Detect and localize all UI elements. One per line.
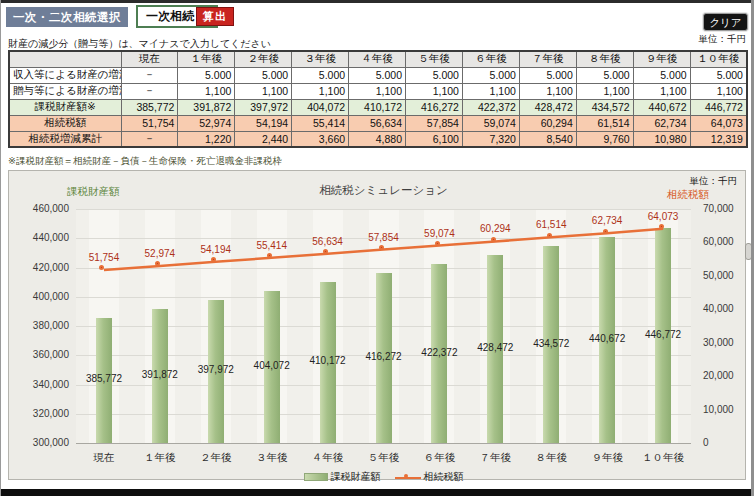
line-series	[76, 209, 691, 443]
line-marker	[491, 237, 496, 242]
table-header-cell: ７年後	[519, 51, 576, 67]
table-cell: 416,272	[406, 99, 463, 115]
y-axis-label-left: 440,000	[11, 232, 69, 243]
table-cell[interactable]: 5.000	[235, 67, 292, 83]
line-value-label: 51,754	[72, 252, 136, 263]
table-header-cell: ８年後	[576, 51, 633, 67]
table-cell[interactable]: －	[121, 83, 178, 99]
x-axis-label: ３年後	[244, 451, 300, 465]
simulation-table: 現在１年後２年後３年後４年後５年後６年後７年後８年後９年後１０年後 収入等による…	[8, 50, 748, 148]
table-cell[interactable]: 5.000	[690, 67, 747, 83]
line-value-label: 62,734	[575, 215, 639, 226]
table-cell: 428,472	[519, 99, 576, 115]
table-cell[interactable]: 1,100	[462, 83, 519, 99]
y-axis-label-right: 30,000	[703, 337, 753, 348]
table-cell[interactable]: 5.000	[178, 67, 235, 83]
y-axis-label-left: 380,000	[11, 320, 69, 331]
y-axis-label-right: 20,000	[703, 370, 753, 381]
x-axis-label: ９年後	[579, 451, 635, 465]
x-axis-label: ５年後	[356, 451, 412, 465]
table-header-cell: ４年後	[349, 51, 406, 67]
y-axis-label-right: 10,000	[703, 404, 753, 415]
row-label: 相続税増減累計	[9, 131, 121, 147]
table-cell: 422,372	[462, 99, 519, 115]
line-value-label: 54,194	[184, 244, 248, 255]
table-header-cell	[9, 51, 121, 67]
table-cell: 10,980	[633, 131, 690, 147]
x-axis-label: １０年後	[635, 451, 691, 465]
y-axis-label-left: 340,000	[11, 379, 69, 390]
window-left-border	[0, 0, 1, 496]
table-cell[interactable]: 1,100	[406, 83, 463, 99]
row-label: 課税財産額※	[9, 99, 121, 115]
table-cell: 2,440	[235, 131, 292, 147]
table-header-cell: ３年後	[292, 51, 349, 67]
table-cell[interactable]: 5.000	[519, 67, 576, 83]
line-marker	[659, 224, 664, 229]
table-cell: 9,760	[576, 131, 633, 147]
y-axis-label-left: 420,000	[11, 262, 69, 273]
table-cell: 62,734	[633, 115, 690, 131]
table-header-cell: ９年後	[633, 51, 690, 67]
table-header-cell: １０年後	[690, 51, 747, 67]
table-cell[interactable]: 5.000	[349, 67, 406, 83]
table-cell[interactable]: 5.000	[292, 67, 349, 83]
line-value-label: 57,854	[352, 232, 416, 243]
table-cell[interactable]: 1,100	[576, 83, 633, 99]
table-cell: 54,194	[235, 115, 292, 131]
y-axis-label-right: 50,000	[703, 270, 753, 281]
table-cell: 385,772	[121, 99, 178, 115]
table-cell: 397,972	[235, 99, 292, 115]
inheritance-tax-simulator-window: 一次・二次相続選択 一次相続 ▼ 算出 クリア 単位：千円 財産の減少分（贈与等…	[0, 0, 754, 496]
legend-item: 相続税額	[395, 470, 464, 484]
table-cell: 55,414	[292, 115, 349, 131]
table-cell: 57,854	[406, 115, 463, 131]
x-axis-label: ８年後	[523, 451, 579, 465]
table-cell[interactable]: 1,100	[349, 83, 406, 99]
x-axis-label: １年後	[132, 451, 188, 465]
window-bottom-border	[0, 489, 754, 496]
table-cell: 410,172	[349, 99, 406, 115]
legend-label: 課税財産額	[331, 470, 381, 484]
unit-label-chart: 単位：千円	[690, 175, 738, 188]
table-cell[interactable]: 5.000	[633, 67, 690, 83]
line-value-label: 52,974	[128, 248, 192, 259]
table-cell[interactable]: 5.000	[576, 67, 633, 83]
line-marker	[435, 241, 440, 246]
gridline	[76, 443, 691, 444]
line-value-label: 61,514	[519, 219, 583, 230]
table-cell[interactable]: 1,100	[633, 83, 690, 99]
table-cell[interactable]: －	[121, 67, 178, 83]
x-axis-label: ４年後	[300, 451, 356, 465]
table-cell: 61,514	[576, 115, 633, 131]
legend-label: 相続税額	[424, 470, 464, 484]
table-cell: 56,634	[349, 115, 406, 131]
y-axis-label-left: 400,000	[11, 291, 69, 302]
calculate-button[interactable]: 算出	[196, 7, 234, 26]
chart-panel: 単位：千円 相続税シミュレーション 課税財産額 相続税額 460,000440,…	[8, 170, 746, 480]
table-cell[interactable]: 1,100	[178, 83, 235, 99]
x-axis-label: ２年後	[188, 451, 244, 465]
table-cell[interactable]: 1,100	[235, 83, 292, 99]
table-cell: 64,073	[690, 115, 747, 131]
table-cell: 59,074	[462, 115, 519, 131]
table-cell[interactable]: 1,100	[690, 83, 747, 99]
table-cell[interactable]: 1,100	[519, 83, 576, 99]
table-cell: 8,540	[519, 131, 576, 147]
line-value-label: 60,294	[463, 223, 527, 234]
table-cell: 60,294	[519, 115, 576, 131]
table-row: 贈与等による財産の増減－1,1001,1001,1001,1001,1001,1…	[9, 83, 747, 99]
window-top-border	[0, 0, 754, 3]
table-cell: 440,672	[633, 99, 690, 115]
table-header-cell: ２年後	[235, 51, 292, 67]
table-header-cell: 現在	[121, 51, 178, 67]
table-cell: 4,880	[349, 131, 406, 147]
table-row: 課税財産額※385,772391,872397,972404,072410,17…	[9, 99, 747, 115]
table-cell[interactable]: 1,100	[292, 83, 349, 99]
table-cell: 3,660	[292, 131, 349, 147]
table-cell[interactable]: 5.000	[406, 67, 463, 83]
line-value-label: 64,073	[631, 211, 695, 222]
table-cell: 12,319	[690, 131, 747, 147]
clear-button[interactable]: クリア	[703, 13, 748, 31]
table-cell[interactable]: 5.000	[462, 67, 519, 83]
